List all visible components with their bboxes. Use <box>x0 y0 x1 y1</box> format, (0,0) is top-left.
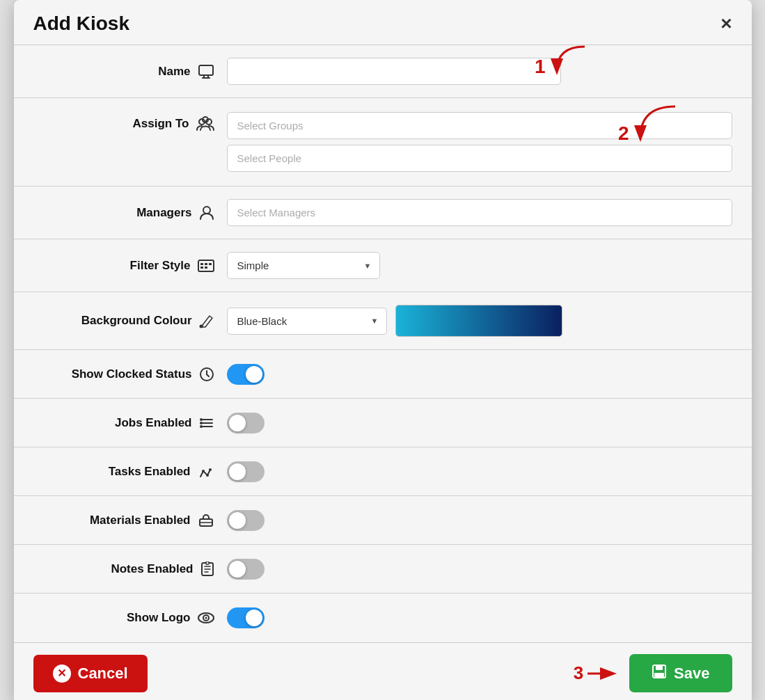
managers-row: Managers <box>14 186 752 239</box>
managers-control-area <box>227 199 732 226</box>
svg-point-21 <box>200 425 203 428</box>
materials-enabled-toggle[interactable] <box>227 510 265 531</box>
jobs-enabled-label: Jobs Enabled <box>115 416 192 430</box>
svg-point-6 <box>203 207 210 214</box>
background-colour-row: Background Colour Blue-Black Red-Black G… <box>14 292 752 350</box>
show-clocked-status-toggle[interactable] <box>227 364 265 385</box>
clocked-status-icon <box>199 367 214 382</box>
jobs-enabled-control <box>227 413 732 433</box>
jobs-enabled-toggle[interactable] <box>227 413 265 433</box>
colour-select[interactable]: Blue-Black Red-Black Green-Black Custom <box>227 308 387 335</box>
assign-to-icon <box>196 116 214 132</box>
svg-point-22 <box>202 470 205 472</box>
svg-rect-11 <box>200 267 203 269</box>
svg-point-19 <box>200 418 203 421</box>
assign-to-label: Assign To <box>133 117 189 131</box>
materials-enabled-row: Materials Enabled <box>14 496 752 545</box>
filter-style-row: Filter Style Simple Adva <box>14 239 752 292</box>
clocked-status-control <box>227 364 732 385</box>
show-logo-toggle[interactable] <box>227 607 265 628</box>
notes-enabled-label: Notes Enabled <box>111 562 193 576</box>
svg-rect-9 <box>205 263 207 265</box>
show-logo-label: Show Logo <box>127 611 191 625</box>
notes-enabled-control <box>227 559 732 580</box>
name-icon <box>198 64 214 79</box>
show-clocked-status-row: Show Clocked Status <box>14 350 752 399</box>
svg-point-24 <box>209 468 212 471</box>
svg-rect-12 <box>205 267 207 269</box>
tasks-enabled-label: Tasks Enabled <box>109 465 191 479</box>
select-people-input[interactable] <box>227 145 732 172</box>
close-button[interactable]: × <box>720 14 732 33</box>
notes-enabled-toggle[interactable] <box>227 559 265 580</box>
svg-point-20 <box>200 422 203 424</box>
save-icon <box>652 664 667 683</box>
notes-enabled-row: Notes Enabled <box>14 545 752 594</box>
svg-rect-0 <box>199 65 213 75</box>
svg-rect-8 <box>200 263 203 265</box>
notes-icon <box>200 562 214 577</box>
annotation-3-arrow <box>587 666 618 681</box>
cancel-icon: ✕ <box>53 665 71 683</box>
save-button[interactable]: Save <box>629 654 732 692</box>
svg-rect-10 <box>209 263 212 265</box>
filter-style-label: Filter Style <box>130 259 191 273</box>
svg-rect-2 <box>202 77 210 79</box>
save-label: Save <box>674 665 709 683</box>
select-managers-input[interactable] <box>227 199 732 226</box>
svg-point-30 <box>205 617 207 619</box>
annotation-3: 3 <box>574 662 583 684</box>
modal-title: Add Kiosk <box>33 13 129 35</box>
modal-footer: ✕ Cancel 3 <box>14 642 752 700</box>
managers-label: Managers <box>136 206 191 220</box>
filter-style-control-area: Simple Advanced <box>227 252 732 279</box>
svg-rect-27 <box>206 562 209 564</box>
name-input[interactable] <box>227 58 561 85</box>
svg-point-13 <box>199 325 203 328</box>
svg-point-23 <box>206 474 209 477</box>
background-colour-icon <box>199 313 214 328</box>
colour-select-wrapper: Blue-Black Red-Black Green-Black Custom <box>227 308 387 335</box>
materials-enabled-label: Materials Enabled <box>90 514 191 527</box>
tasks-enabled-control <box>227 461 732 482</box>
colour-preview <box>395 305 562 337</box>
managers-icon <box>199 205 214 221</box>
tasks-icon <box>198 464 214 479</box>
filter-style-select-wrapper: Simple Advanced <box>227 252 380 279</box>
assign-to-controls <box>227 112 732 172</box>
cancel-label: Cancel <box>78 665 128 683</box>
jobs-enabled-row: Jobs Enabled <box>14 399 752 447</box>
tasks-enabled-toggle[interactable] <box>227 461 265 482</box>
show-logo-control <box>227 607 732 628</box>
cancel-button[interactable]: ✕ Cancel <box>33 655 148 692</box>
name-control-area <box>227 58 732 85</box>
filter-style-select[interactable]: Simple Advanced <box>227 252 380 279</box>
name-row: Name <box>14 45 752 98</box>
show-logo-icon <box>198 612 214 624</box>
filter-style-icon <box>198 259 214 273</box>
select-groups-input[interactable] <box>227 112 732 139</box>
background-colour-control-area: Blue-Black Red-Black Green-Black Custom <box>227 305 732 337</box>
materials-icon <box>198 513 214 528</box>
modal-body: Name Assign To <box>14 45 752 642</box>
name-label: Name <box>158 65 190 79</box>
svg-rect-34 <box>656 665 663 670</box>
tasks-enabled-row: Tasks Enabled <box>14 447 752 496</box>
assign-to-row: Assign To <box>14 98 752 186</box>
svg-rect-35 <box>654 673 664 677</box>
svg-rect-7 <box>198 260 214 271</box>
materials-enabled-control <box>227 510 732 531</box>
show-clocked-status-label: Show Clocked Status <box>72 367 192 381</box>
jobs-icon <box>199 415 214 431</box>
show-logo-row: Show Logo <box>14 594 752 642</box>
background-colour-label: Background Colour <box>81 314 192 328</box>
